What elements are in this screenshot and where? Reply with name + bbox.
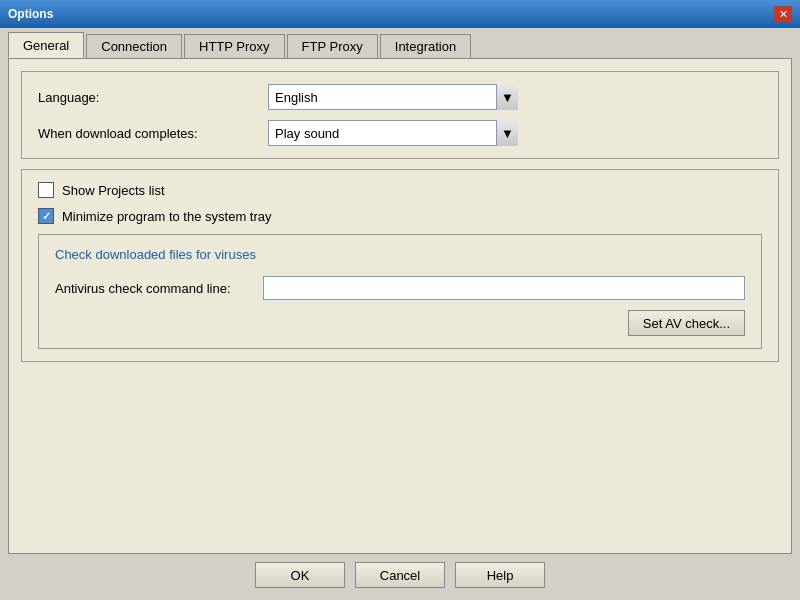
antivirus-input[interactable]: [263, 276, 745, 300]
show-projects-checkbox[interactable]: [38, 182, 54, 198]
cancel-button[interactable]: Cancel: [355, 562, 445, 588]
virus-section: Check downloaded files for viruses Antiv…: [38, 234, 762, 349]
tab-connection[interactable]: Connection: [86, 34, 182, 58]
antivirus-row: Antivirus check command line:: [55, 276, 745, 300]
tab-http-proxy[interactable]: HTTP Proxy: [184, 34, 285, 58]
tab-integration[interactable]: Integration: [380, 34, 471, 58]
tab-ftp-proxy[interactable]: FTP Proxy: [287, 34, 378, 58]
minimize-tray-row: Minimize program to the system tray: [38, 208, 762, 224]
checkboxes-section: Show Projects list Minimize program to t…: [21, 169, 779, 362]
download-control-wrapper: Play sound Do nothing Show message ▼: [268, 120, 762, 146]
download-complete-label: When download completes:: [38, 126, 268, 141]
show-projects-row: Show Projects list: [38, 182, 762, 198]
settings-panel: Language: English Spanish French German …: [21, 71, 779, 159]
tab-content-general: Language: English Spanish French German …: [8, 58, 792, 554]
download-select-wrapper: Play sound Do nothing Show message ▼: [268, 120, 518, 146]
show-projects-label: Show Projects list: [62, 183, 165, 198]
download-complete-select[interactable]: Play sound Do nothing Show message: [268, 120, 518, 146]
title-bar-text: Options: [8, 7, 53, 21]
language-select[interactable]: English Spanish French German Russian: [268, 84, 518, 110]
language-select-wrapper: English Spanish French German Russian ▼: [268, 84, 518, 110]
tab-bar: General Connection HTTP Proxy FTP Proxy …: [8, 32, 792, 58]
av-button-row: Set AV check...: [55, 310, 745, 336]
ok-button[interactable]: OK: [255, 562, 345, 588]
close-button[interactable]: ✕: [774, 6, 792, 22]
virus-section-title: Check downloaded files for viruses: [55, 247, 745, 262]
antivirus-label: Antivirus check command line:: [55, 281, 255, 296]
minimize-tray-checkbox[interactable]: [38, 208, 54, 224]
language-label: Language:: [38, 90, 268, 105]
language-row: Language: English Spanish French German …: [38, 84, 762, 110]
minimize-tray-label: Minimize program to the system tray: [62, 209, 272, 224]
bottom-buttons: OK Cancel Help: [8, 554, 792, 592]
title-bar: Options ✕: [0, 0, 800, 28]
tab-general[interactable]: General: [8, 32, 84, 58]
help-button[interactable]: Help: [455, 562, 545, 588]
dialog-body: General Connection HTTP Proxy FTP Proxy …: [0, 28, 800, 600]
language-control-wrapper: English Spanish French German Russian ▼: [268, 84, 762, 110]
set-av-check-button[interactable]: Set AV check...: [628, 310, 745, 336]
download-complete-row: When download completes: Play sound Do n…: [38, 120, 762, 146]
